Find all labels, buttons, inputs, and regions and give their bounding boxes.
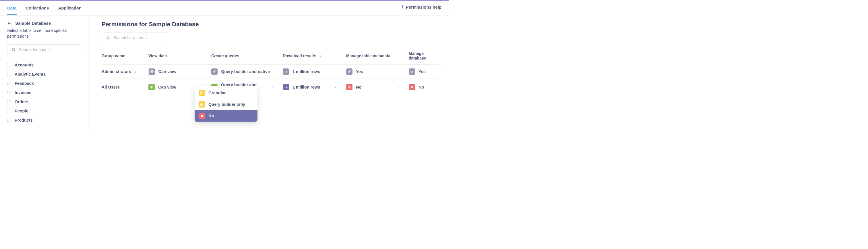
perm-metadata-select[interactable]: No bbox=[346, 84, 405, 90]
perm-database: Yes bbox=[409, 68, 437, 75]
svg-point-1 bbox=[12, 48, 15, 51]
svg-point-75 bbox=[201, 92, 203, 93]
sidebar-item-label: Analytic Events bbox=[14, 72, 45, 77]
perm-metadata: Yes bbox=[346, 68, 405, 75]
search-icon bbox=[106, 35, 111, 40]
million-rows-icon: 1M bbox=[283, 68, 289, 75]
svg-point-15 bbox=[7, 74, 8, 75]
svg-point-24 bbox=[7, 83, 8, 84]
table-row: Administrators i Can view bbox=[102, 65, 441, 79]
sidebar-item-label: Accounts bbox=[14, 63, 34, 67]
perm-label: No bbox=[418, 85, 424, 89]
svg-point-26 bbox=[10, 83, 10, 84]
check-icon bbox=[346, 68, 352, 75]
sidebar-item-feedback[interactable]: Feedback bbox=[7, 79, 82, 87]
svg-point-58 bbox=[9, 118, 9, 119]
svg-point-31 bbox=[9, 91, 9, 91]
eye-icon bbox=[148, 84, 155, 90]
svg-point-60 bbox=[7, 120, 8, 120]
svg-point-63 bbox=[7, 121, 8, 121]
perm-label: Yes bbox=[356, 69, 363, 74]
sidebar-item-label: Invoices bbox=[14, 90, 31, 95]
dropdown-option-query-builder-only[interactable]: Query builder only bbox=[195, 99, 257, 110]
dropdown-option-granular[interactable]: Granular bbox=[195, 87, 257, 99]
svg-point-53 bbox=[10, 111, 10, 111]
sidebar-item-orders[interactable]: Orders bbox=[7, 98, 82, 106]
svg-point-68 bbox=[151, 71, 152, 72]
table-search-input[interactable] bbox=[19, 48, 78, 52]
svg-point-28 bbox=[9, 84, 9, 85]
grip-icon bbox=[7, 91, 11, 94]
perm-label: Yes bbox=[418, 69, 426, 74]
search-icon bbox=[11, 48, 16, 52]
svg-point-11 bbox=[10, 66, 10, 66]
table-search[interactable] bbox=[7, 44, 82, 55]
create-queries-dropdown: Granular Query builder only No bbox=[195, 86, 257, 121]
x-icon bbox=[409, 84, 415, 90]
col-header-download: Download results i bbox=[283, 50, 346, 65]
svg-point-49 bbox=[9, 109, 9, 110]
col-header-create: Create queries bbox=[211, 50, 283, 65]
sidebar-item-people[interactable]: People bbox=[7, 107, 82, 115]
arrow-left-icon bbox=[7, 21, 12, 26]
perm-download: 1M 1 million rows bbox=[283, 68, 342, 75]
col-header-group: Group name bbox=[102, 50, 148, 65]
svg-point-45 bbox=[7, 103, 8, 103]
svg-point-69 bbox=[151, 87, 152, 88]
svg-point-3 bbox=[7, 63, 8, 64]
tab-data[interactable]: Data bbox=[7, 1, 17, 15]
sidebar-item-label: Products bbox=[14, 118, 33, 122]
top-tabs: Data Collections Application bbox=[7, 1, 82, 15]
chevron-down-icon bbox=[397, 86, 400, 88]
perm-download-select[interactable]: 1M 1 million rows bbox=[283, 84, 342, 90]
sidebar-item-label: Orders bbox=[14, 100, 28, 104]
svg-point-13 bbox=[9, 73, 9, 73]
tab-application[interactable]: Application bbox=[58, 1, 82, 15]
x-icon bbox=[198, 113, 205, 119]
svg-point-37 bbox=[9, 93, 9, 94]
svg-point-20 bbox=[10, 75, 10, 76]
svg-point-35 bbox=[10, 92, 10, 93]
target-icon bbox=[198, 90, 205, 96]
svg-point-56 bbox=[10, 112, 10, 112]
eye-icon bbox=[149, 68, 155, 75]
svg-point-50 bbox=[10, 109, 10, 110]
svg-point-22 bbox=[9, 82, 9, 82]
sidebar-item-accounts[interactable]: Accounts bbox=[7, 61, 82, 69]
svg-point-33 bbox=[7, 92, 8, 93]
tab-collections[interactable]: Collections bbox=[26, 1, 49, 15]
info-icon[interactable]: i bbox=[135, 69, 136, 74]
back-button[interactable]: Sample Database bbox=[7, 21, 82, 26]
sidebar: Sample Database Select a table to set mo… bbox=[0, 16, 90, 131]
sidebar-item-products[interactable]: Products bbox=[7, 116, 82, 124]
perm-database-select[interactable]: No bbox=[409, 84, 437, 90]
svg-point-9 bbox=[7, 66, 8, 66]
group-search[interactable] bbox=[102, 32, 168, 43]
perm-label: 1 million rows bbox=[292, 69, 320, 74]
svg-line-67 bbox=[109, 38, 110, 39]
svg-point-42 bbox=[7, 102, 8, 102]
dropdown-option-no[interactable]: No bbox=[195, 110, 257, 121]
sidebar-item-invoices[interactable]: Invoices bbox=[7, 88, 82, 96]
group-name: All Users bbox=[102, 85, 120, 89]
permissions-help-link[interactable]: i Permissions help bbox=[402, 1, 441, 13]
permissions-table: Group name View data Create queries Down… bbox=[102, 50, 441, 95]
svg-point-46 bbox=[9, 103, 9, 103]
svg-point-8 bbox=[10, 65, 10, 65]
perm-label: 1 million rows bbox=[292, 85, 320, 89]
grip-icon bbox=[7, 82, 11, 85]
info-icon[interactable]: i bbox=[320, 54, 321, 58]
svg-point-30 bbox=[7, 91, 8, 91]
svg-point-40 bbox=[9, 100, 9, 101]
info-icon: i bbox=[402, 5, 403, 9]
svg-point-77 bbox=[201, 104, 203, 105]
group-search-input[interactable] bbox=[113, 35, 164, 40]
sidebar-subtitle: Select a table to set more specific perm… bbox=[7, 28, 82, 39]
x-icon bbox=[346, 84, 352, 90]
svg-point-4 bbox=[9, 63, 9, 64]
sidebar-item-analytic-events[interactable]: Analytic Events bbox=[7, 70, 82, 78]
svg-point-16 bbox=[9, 74, 9, 75]
svg-point-27 bbox=[7, 84, 8, 85]
svg-point-17 bbox=[10, 74, 10, 75]
dropdown-option-label: Granular bbox=[208, 90, 226, 95]
